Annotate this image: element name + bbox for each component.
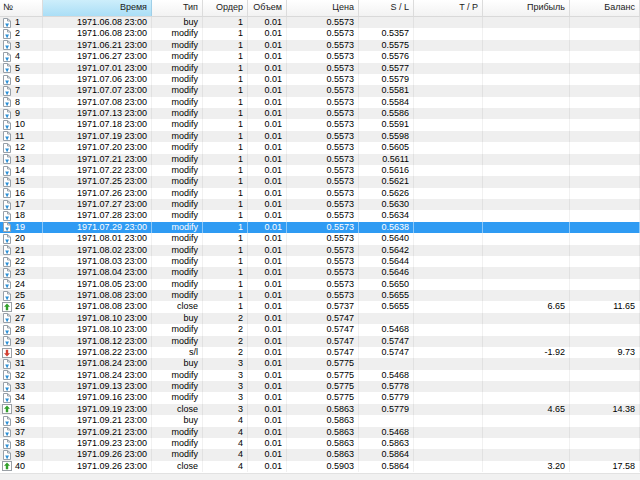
cell-order: 1 (203, 97, 248, 108)
table-row[interactable]: 361971.09.21 23:00buy40.010.5863 (0, 415, 640, 426)
table-row[interactable]: 91971.07.13 23:00modify10.010.55730.5586 (0, 108, 640, 119)
table-row[interactable]: 401971.09.26 23:00close40.010.59030.5864… (0, 461, 640, 472)
column-header-price[interactable]: Цена (287, 0, 359, 16)
cell-sl: 0.5621 (359, 176, 414, 187)
table-row[interactable]: 61971.07.06 23:00modify10.010.55730.5579 (0, 74, 640, 85)
cell-balance (570, 119, 640, 130)
cell-volume: 0.01 (248, 233, 287, 244)
column-header-type[interactable]: Тип (152, 0, 203, 16)
cell-profit (483, 51, 570, 62)
table-row[interactable]: 381971.09.23 23:00modify40.010.58630.586… (0, 438, 640, 449)
table-row[interactable]: 271971.08.10 23:00buy20.010.5747 (0, 313, 640, 324)
cell-profit (483, 415, 570, 426)
cell-balance: 9.73 (570, 347, 640, 358)
table-row[interactable]: 121971.07.20 23:00modify10.010.55730.560… (0, 142, 640, 153)
table-row[interactable]: 111971.07.19 23:00modify10.010.55730.559… (0, 131, 640, 142)
table-row[interactable]: 351971.09.19 23:00close30.010.58630.5779… (0, 404, 640, 415)
table-row[interactable]: 231971.08.04 23:00modify10.010.55730.564… (0, 267, 640, 278)
cell-num: 17 (0, 199, 43, 210)
table-row[interactable]: 241971.08.05 23:00modify10.010.55730.565… (0, 279, 640, 290)
table-row[interactable]: 81971.07.08 23:00modify10.010.55730.5584 (0, 97, 640, 108)
table-row[interactable]: 211971.08.02 23:00modify10.010.55730.564… (0, 245, 640, 256)
table-row[interactable]: 181971.07.28 23:00modify10.010.55730.563… (0, 210, 640, 221)
cell-sl: 0.5863 (359, 438, 414, 449)
table-row[interactable]: 251971.08.08 23:00modify10.010.55730.565… (0, 290, 640, 301)
table-row[interactable]: 371971.09.21 23:00modify40.010.58630.546… (0, 427, 640, 438)
column-header-time[interactable]: Время (43, 0, 152, 16)
table-row[interactable]: 341971.09.16 23:00modify30.010.57750.577… (0, 392, 640, 403)
table-row[interactable]: 161971.07.26 23:00modify10.010.55730.562… (0, 188, 640, 199)
cell-order: 1 (203, 245, 248, 256)
cell-num: 1 (0, 17, 43, 28)
cell-order: 3 (203, 358, 248, 369)
order-icon (2, 359, 12, 369)
cell-price: 0.5863 (287, 415, 359, 426)
cell-tp (414, 108, 483, 119)
cell-volume: 0.01 (248, 381, 287, 392)
table-row[interactable]: 261971.08.08 23:00close10.010.57370.5655… (0, 301, 640, 312)
order-icon (2, 450, 12, 460)
table-row[interactable]: 301971.08.22 23:00s/l20.010.57470.5747-1… (0, 347, 640, 358)
column-header-order[interactable]: Ордер (203, 0, 248, 16)
table-row[interactable]: 201971.08.01 23:00modify10.010.55730.564… (0, 233, 640, 244)
table-row[interactable]: 281971.08.10 23:00modify20.010.57470.546… (0, 324, 640, 335)
cell-time: 1971.08.12 23:00 (43, 336, 152, 347)
cell-num: 40 (0, 461, 43, 472)
row-number: 5 (15, 63, 20, 74)
cell-time: 1971.08.05 23:00 (43, 279, 152, 290)
table-row[interactable]: 291971.08.12 23:00modify20.010.57470.574… (0, 336, 640, 347)
table-row[interactable]: 131971.07.21 23:00modify10.010.55730.561… (0, 154, 640, 165)
cell-tp (414, 358, 483, 369)
table-row[interactable]: 71971.07.07 23:00modify10.010.55730.5581 (0, 85, 640, 96)
row-number: 3 (15, 40, 20, 51)
table-row[interactable]: 51971.07.01 23:00modify10.010.55730.5577 (0, 63, 640, 74)
order-icon (2, 40, 12, 50)
cell-order: 2 (203, 336, 248, 347)
cell-profit (483, 17, 570, 28)
table-row[interactable]: 41971.06.27 23:00modify10.010.55730.5576 (0, 51, 640, 62)
column-header-sl[interactable]: S / L (359, 0, 414, 16)
cell-type: buy (152, 313, 203, 324)
order-icon (2, 416, 12, 426)
table-row[interactable]: 21971.06.08 23:00modify10.010.55730.5357 (0, 28, 640, 39)
cell-tp (414, 449, 483, 460)
cell-volume: 0.01 (248, 267, 287, 278)
table-row[interactable]: 141971.07.22 23:00modify10.010.55730.561… (0, 165, 640, 176)
table-row-selected[interactable]: 191971.07.29 23:00modify10.010.55730.563… (0, 222, 640, 233)
column-header-profit[interactable]: Прибыль (483, 0, 570, 16)
table-row[interactable]: 101971.07.18 23:00modify10.010.55730.559… (0, 119, 640, 130)
table-row[interactable]: 151971.07.25 23:00modify10.010.55730.562… (0, 176, 640, 187)
cell-profit (483, 165, 570, 176)
cell-sl: 0.5864 (359, 449, 414, 460)
cell-balance (570, 131, 640, 142)
table-row[interactable]: 331971.09.13 23:00modify30.010.57750.577… (0, 381, 640, 392)
cell-num: 32 (0, 370, 43, 381)
column-header-tp[interactable]: T / P (414, 0, 483, 16)
order-icon (2, 143, 12, 153)
table-row[interactable]: 31971.06.21 23:00modify10.010.55730.5575 (0, 40, 640, 51)
column-header-balance[interactable]: Баланс (570, 0, 640, 16)
cell-sl: 0.5638 (359, 222, 414, 233)
column-header-num[interactable]: № (0, 0, 43, 16)
cell-time: 1971.07.28 23:00 (43, 210, 152, 221)
column-header-volume[interactable]: Объем (248, 0, 287, 16)
cell-type: modify (152, 449, 203, 460)
cell-volume: 0.01 (248, 63, 287, 74)
cell-type: modify (152, 28, 203, 39)
cell-volume: 0.01 (248, 199, 287, 210)
cell-type: modify (152, 199, 203, 210)
cell-type: modify (152, 290, 203, 301)
table-row[interactable]: 171971.07.27 23:00modify10.010.55730.563… (0, 199, 640, 210)
order-icon (2, 336, 12, 346)
table-row[interactable]: 391971.09.26 23:00modify40.010.58630.586… (0, 449, 640, 460)
table-row[interactable]: 11971.06.08 23:00buy10.010.5573 (0, 17, 640, 28)
cell-sl: 0.5650 (359, 279, 414, 290)
order-icon (2, 188, 12, 198)
table-row[interactable]: 221971.08.03 23:00modify10.010.55730.564… (0, 256, 640, 267)
cell-type: modify (152, 210, 203, 221)
cell-type: modify (152, 392, 203, 403)
table-row[interactable]: 311971.08.24 23:00buy30.010.5775 (0, 358, 640, 369)
cell-order: 2 (203, 324, 248, 335)
table-row[interactable]: 321971.08.24 23:00modify30.010.57750.546… (0, 370, 640, 381)
cell-type: modify (152, 142, 203, 153)
